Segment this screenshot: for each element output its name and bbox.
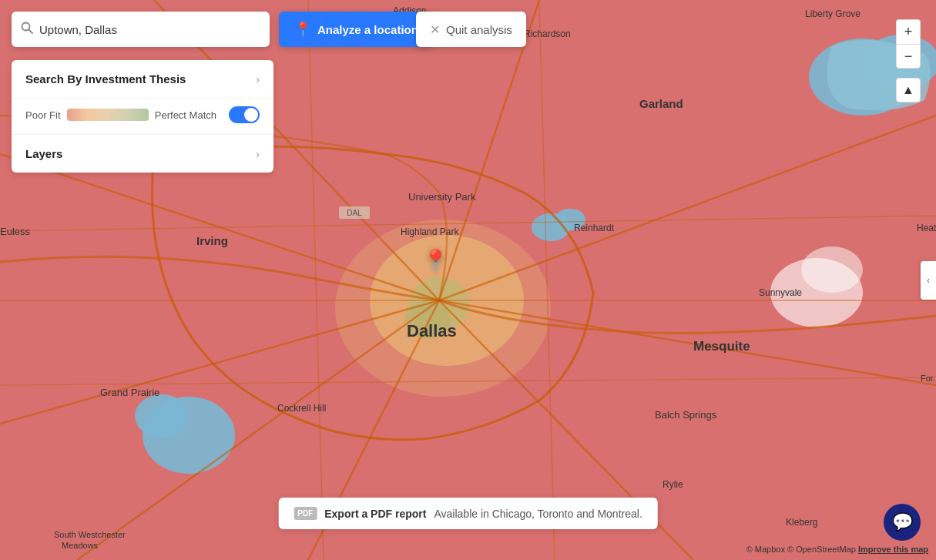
openstreetmap-attribution[interactable]: © OpenStreetMap <box>787 545 856 554</box>
layers-label: Layers <box>25 147 62 160</box>
investment-thesis-chevron-icon: › <box>256 73 260 86</box>
svg-point-8 <box>801 246 863 293</box>
legend-gradient <box>67 109 149 121</box>
svg-text:For...: For... <box>921 374 936 383</box>
legend-poor-label: Poor Fit <box>25 109 61 121</box>
svg-text:Euless: Euless <box>0 226 31 237</box>
pdf-export-label[interactable]: Export a PDF report <box>324 508 426 520</box>
svg-point-6 <box>135 394 189 438</box>
chat-bubble-button[interactable]: 💬 <box>884 504 921 541</box>
legend-toggle[interactable] <box>229 106 260 123</box>
svg-text:Grand Prairie: Grand Prairie <box>100 387 159 398</box>
svg-text:Heath: Heath <box>917 223 936 233</box>
svg-text:University Park: University Park <box>408 191 476 203</box>
left-panel: Search By Investment Thesis › Poor Fit P… <box>12 60 273 173</box>
svg-text:South Westchester: South Westchester <box>54 530 126 539</box>
zoom-out-button[interactable]: − <box>896 44 921 69</box>
svg-text:Dallas: Dallas <box>407 321 457 340</box>
svg-text:DAL: DAL <box>347 209 362 217</box>
chat-icon: 💬 <box>892 512 913 532</box>
zoom-controls: + − <box>896 19 921 69</box>
svg-text:Liberty Grove: Liberty Grove <box>805 8 861 19</box>
search-bar[interactable]: Uptown, Dallas <box>12 12 270 47</box>
collapse-panel-button[interactable]: ‹ <box>921 261 936 300</box>
toggle-switch[interactable] <box>229 106 260 123</box>
collapse-icon: ‹ <box>927 275 930 286</box>
svg-text:Meadows: Meadows <box>62 541 99 550</box>
quit-x-icon: ✕ <box>430 22 440 37</box>
pdf-icon: PDF <box>294 507 317 520</box>
layers-row[interactable]: Layers › <box>12 135 273 173</box>
analyze-location-button[interactable]: 📍 Analyze a location <box>279 12 434 47</box>
search-icon <box>21 22 33 37</box>
pdf-export-bar[interactable]: PDF Export a PDF report Available in Chi… <box>278 498 658 529</box>
pdf-available-text: Available in Chicago, Toronto and Montre… <box>434 508 642 520</box>
legend-row: Poor Fit Perfect Match <box>12 99 273 135</box>
svg-text:Richardson: Richardson <box>524 29 571 39</box>
svg-text:Rylie: Rylie <box>663 479 683 490</box>
svg-text:Highland Park: Highland Park <box>401 226 459 237</box>
search-input[interactable]: Uptown, Dallas <box>39 23 260 36</box>
zoom-in-button[interactable]: + <box>896 19 921 44</box>
pin-icon: 📍 <box>294 21 311 38</box>
compass-icon: ▲ <box>902 83 914 97</box>
svg-line-52 <box>29 30 33 34</box>
investment-thesis-label: Search By Investment Thesis <box>25 72 186 86</box>
compass-button[interactable]: ▲ <box>896 78 921 102</box>
svg-text:Irving: Irving <box>196 234 228 247</box>
legend-perfect-label: Perfect Match <box>155 109 216 121</box>
map-attribution: © Mapbox © OpenStreetMap Improve this ma… <box>746 545 928 554</box>
investment-thesis-row[interactable]: Search By Investment Thesis › <box>12 60 273 99</box>
svg-point-12 <box>335 220 551 397</box>
quit-button-label: Quit analysis <box>446 23 512 36</box>
svg-text:Kleberg: Kleberg <box>786 517 817 528</box>
improve-map-link[interactable]: Improve this map <box>858 545 928 554</box>
svg-text:Cockrell Hill: Cockrell Hill <box>277 403 326 414</box>
svg-text:Balch Springs: Balch Springs <box>655 409 717 421</box>
svg-text:Garland: Garland <box>639 97 683 110</box>
svg-text:Mesquite: Mesquite <box>693 339 750 354</box>
analyze-button-label: Analyze a location <box>317 23 418 36</box>
layers-chevron-icon: › <box>256 148 260 160</box>
svg-text:Sunnyvale: Sunnyvale <box>759 287 802 298</box>
quit-analysis-button[interactable]: ✕ Quit analysis <box>416 12 526 47</box>
mapbox-attribution[interactable]: © Mapbox <box>746 545 785 554</box>
svg-text:Reinhardt: Reinhardt <box>574 223 615 233</box>
